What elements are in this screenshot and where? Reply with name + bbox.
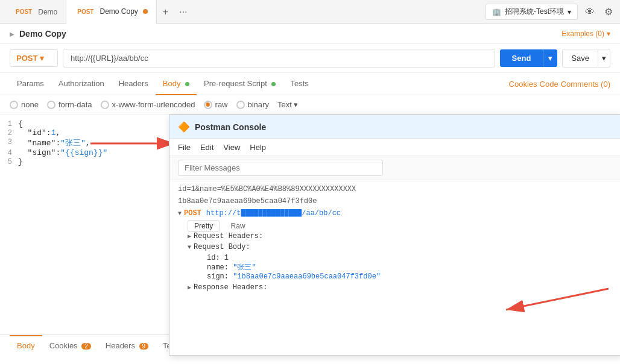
tab-tests[interactable]: Tests [283,73,315,95]
bottom-tab-headers[interactable]: Headers 9 [98,335,156,355]
method-select[interactable]: POST ▾ [10,49,58,67]
workspace-selector[interactable]: 🏢 招聘系统-Test环境 ▾ [486,4,578,20]
gear-icon-button[interactable]: ⚙ [602,4,615,20]
resp-headers-triangle[interactable]: ▶ [188,284,191,291]
save-btn-group: Save ▾ [562,49,610,67]
raw-radio[interactable] [204,101,212,109]
workspace-icon: 🏢 [492,8,501,16]
postman-console: 🔶 Postman Console File Edit View Help id… [169,115,620,356]
expand-triangle[interactable]: ▼ [178,210,182,217]
tab-params[interactable]: Params [10,73,51,95]
sub-tabs: Params Authorization Headers Body Pre-re… [0,73,620,95]
tab-body[interactable]: Body [156,73,197,95]
none-radio[interactable] [10,101,18,109]
console-header: 🔶 Postman Console [169,115,620,139]
cookies-badge: 2 [81,343,91,350]
cookies-link[interactable]: Cookies [509,80,537,89]
examples-label: Examples (0) [561,30,604,38]
console-icon: 🔶 [178,121,190,133]
tab-demo-copy[interactable]: POST Demo Copy [66,0,157,24]
req-headers-triangle[interactable]: ▶ [188,233,191,240]
bottom-tab-body[interactable]: Body [10,335,42,355]
body-id-line: id: 1 [207,254,612,262]
examples-button[interactable]: Examples (0) ▾ [561,30,610,38]
raw-option[interactable]: raw [204,100,228,109]
none-option[interactable]: none [10,100,39,109]
resp-headers-label: Response Headers: [194,283,267,292]
more-tabs-button[interactable]: ··· [176,5,191,19]
headers-badge: 9 [139,343,149,350]
request-title-bar: ▶ Demo Copy Examples (0) ▾ [0,24,620,44]
bottom-tab-cookies[interactable]: Cookies 2 [42,335,98,355]
svg-line-3 [506,289,609,310]
raw-label: raw [215,100,228,109]
raw-button[interactable]: Raw [224,220,252,232]
form-data-option[interactable]: form-data [47,100,92,109]
console-line-1: id=1&name=%E5%BC%A0%E4%B8%89XXXXXXXXXXXX… [178,185,612,193]
tab-demo-label: Demo [38,8,57,16]
binary-label: binary [248,100,269,109]
tab-headers[interactable]: Headers [112,73,156,95]
request-headers-section: ▶ Request Headers: [188,232,612,240]
console-request-section: ▼ POST http://t██████████████/aa/bb/cc P… [178,209,612,292]
send-btn-group: Send ▾ [500,49,558,67]
body-id-value: 1 [224,254,229,262]
tab-prerequest[interactable]: Pre-request Script [197,73,283,95]
console-search-input[interactable] [178,160,383,176]
code-link[interactable]: Code [540,80,558,89]
console-body[interactable]: id=1&name=%E5%BC%A0%E4%B8%89XXXXXXXXXXXX… [169,180,620,355]
console-menu: File Edit View Help [169,139,620,156]
binary-radio[interactable] [236,101,245,109]
workspace-area: 🏢 招聘系统-Test环境 ▾ 👁 ⚙ [486,4,615,20]
eye-icon-button[interactable]: 👁 [583,4,597,20]
console-menu-view[interactable]: View [223,143,240,152]
req-body-header: ▼ Request Body: [188,243,612,251]
console-menu-file[interactable]: File [178,143,191,152]
body-sign-value: "1b8aa0e7c9aaeaa69be5caa047f3fd0e" [233,272,381,281]
console-format-btns: Pretty Raw [188,220,612,232]
text-format-chevron-icon: ▾ [294,100,298,109]
console-search-bar [169,156,620,180]
workspace-name: 招聘系统-Test环境 [505,7,564,17]
workspace-chevron-icon: ▾ [568,8,571,16]
prerequest-dot [271,82,276,86]
urlencoded-radio[interactable] [101,101,109,109]
add-tab-button[interactable]: + [159,5,172,19]
body-name-key: name: [207,263,233,272]
binary-option[interactable]: binary [236,100,269,109]
request-name: Demo Copy [19,29,66,39]
body-dot [185,82,189,86]
pretty-button[interactable]: Pretty [188,220,220,232]
urlencoded-label: x-www-form-urlencoded [112,100,195,109]
send-button[interactable]: Send [500,49,543,67]
form-data-radio[interactable] [47,101,55,109]
comments-link[interactable]: Comments (0) [561,80,610,89]
save-dropdown-button[interactable]: ▾ [598,49,610,67]
url-bar: POST ▾ Send ▾ Save ▾ [0,44,620,73]
send-dropdown-button[interactable]: ▾ [543,49,557,67]
none-label: none [21,100,39,109]
main-content: 1 { 2 "id":1, 3 "name":"张三", 4 "sign":"{… [0,115,620,356]
req-body-triangle[interactable]: ▼ [188,244,191,251]
tab-actions: + ··· [159,5,191,19]
urlencoded-option[interactable]: x-www-form-urlencoded [101,100,195,109]
examples-chevron-icon: ▾ [607,30,610,38]
url-input[interactable] [63,49,495,67]
console-request-url: http://t██████████████/aa/bb/cc [206,209,341,218]
body-sign-line: sign: "1b8aa0e7c9aaeaa69be5caa047f3fd0e" [207,272,612,281]
req-headers-header: ▶ Request Headers: [188,232,612,240]
console-menu-edit[interactable]: Edit [200,143,214,152]
expand-icon: ▶ [10,31,14,37]
console-request-header: ▼ POST http://t██████████████/aa/bb/cc [178,209,612,218]
text-format-label: Text [277,100,292,109]
text-format-dropdown[interactable]: Text ▾ [277,100,298,109]
body-sign-key: sign: [207,272,233,281]
tab-authorization[interactable]: Authorization [51,73,112,95]
response-headers-section: ▶ Response Headers: [188,283,612,292]
save-button[interactable]: Save [562,49,598,67]
request-body-section: ▼ Request Body: id: 1 name: "张三" sign: "… [188,243,612,281]
body-id-key: id: [207,254,224,262]
console-menu-help[interactable]: Help [250,143,266,152]
console-title: Postman Console [195,122,266,132]
tab-demo[interactable]: POST Demo [5,0,66,24]
